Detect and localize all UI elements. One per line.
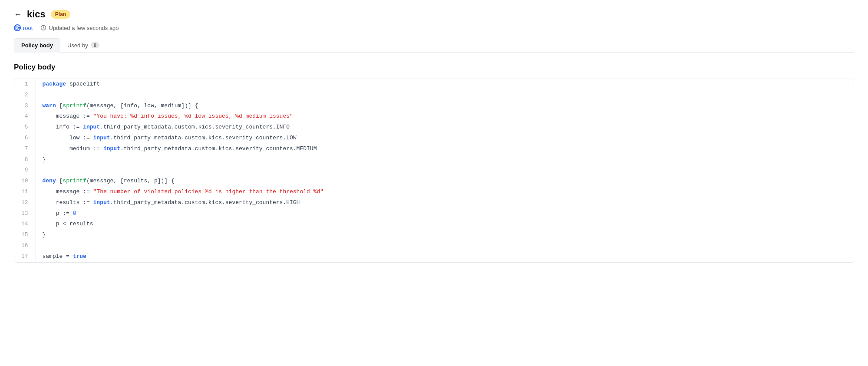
code-line-2: 2 — [14, 90, 854, 101]
code-line-13: 13 p := 0 — [14, 208, 854, 219]
line-code: } — [35, 230, 854, 241]
line-code — [35, 90, 854, 101]
line-code: info := input.third_party_metadata.custo… — [35, 122, 854, 133]
used-by-count: 0 — [91, 42, 99, 48]
root-label: root — [23, 25, 33, 31]
header-row: ← kics Plan — [14, 9, 854, 20]
code-line-14: 14 p < results — [14, 219, 854, 230]
line-code: warn [sprintf(message, [info, low, mediu… — [35, 101, 854, 112]
tab-policy-body[interactable]: Policy body — [14, 38, 60, 53]
code-line-17: 17 sample = true — [14, 251, 854, 262]
line-num: 2 — [14, 90, 35, 101]
root-link[interactable]: root — [14, 24, 33, 31]
code-line-5: 5 info := input.third_party_metadata.cus… — [14, 122, 854, 133]
line-code: p := 0 — [35, 208, 854, 219]
line-num: 15 — [14, 230, 35, 241]
back-button[interactable]: ← — [14, 10, 22, 19]
code-line-12: 12 results := input.third_party_metadata… — [14, 198, 854, 208]
updated-label: Updated a few seconds ago — [49, 25, 119, 31]
line-num: 7 — [14, 144, 35, 155]
line-num: 5 — [14, 122, 35, 133]
line-num: 16 — [14, 241, 35, 251]
code-line-8: 8 } — [14, 155, 854, 165]
line-num: 9 — [14, 165, 35, 176]
line-code: package spacelift — [35, 79, 854, 90]
code-line-4: 4 message := "You have: %d info issues, … — [14, 111, 854, 122]
code-line-11: 11 message := "The number of violated po… — [14, 187, 854, 198]
line-num: 17 — [14, 251, 35, 262]
tabs-row: Policy body Used by 0 — [14, 38, 854, 53]
line-num: 14 — [14, 219, 35, 230]
code-table: 1 package spacelift 2 3 warn [sprintf(me… — [14, 79, 854, 262]
line-code: message := "The number of violated polic… — [35, 187, 854, 198]
code-line-3: 3 warn [sprintf(message, [info, low, med… — [14, 101, 854, 112]
page-title: kics — [27, 9, 46, 20]
line-code: results := input.third_party_metadata.cu… — [35, 198, 854, 208]
line-code: deny [sprintf(message, [results, p])] { — [35, 176, 854, 187]
line-num: 12 — [14, 198, 35, 208]
updated-meta: Updated a few seconds ago — [40, 25, 119, 31]
tab-used-by[interactable]: Used by 0 — [60, 39, 106, 52]
line-code — [35, 165, 854, 176]
line-num: 3 — [14, 101, 35, 112]
clock-icon — [40, 25, 46, 31]
code-line-1: 1 package spacelift — [14, 79, 854, 90]
line-num: 4 — [14, 111, 35, 122]
section-title: Policy body — [14, 63, 854, 72]
code-line-16: 16 — [14, 241, 854, 251]
line-code: p < results — [35, 219, 854, 230]
code-line-7: 7 medium := input.third_party_metadata.c… — [14, 144, 854, 155]
used-by-label: Used by — [67, 42, 88, 49]
code-block: 1 package spacelift 2 3 warn [sprintf(me… — [14, 79, 854, 263]
line-num: 6 — [14, 133, 35, 144]
meta-row: root Updated a few seconds ago — [14, 24, 854, 31]
root-icon — [14, 24, 21, 31]
line-code: message := "You have: %d info issues, %d… — [35, 111, 854, 122]
line-num: 11 — [14, 187, 35, 198]
plan-badge: Plan — [51, 10, 70, 19]
line-num: 1 — [14, 79, 35, 90]
code-line-15: 15 } — [14, 230, 854, 241]
code-line-6: 6 low := input.third_party_metadata.cust… — [14, 133, 854, 144]
line-code: sample = true — [35, 251, 854, 262]
code-line-9: 9 — [14, 165, 854, 176]
page-container: ← kics Plan root Updated a few seconds a… — [0, 0, 868, 271]
code-line-10: 10 deny [sprintf(message, [results, p])]… — [14, 176, 854, 187]
line-num: 10 — [14, 176, 35, 187]
line-code — [35, 241, 854, 251]
line-code: medium := input.third_party_metadata.cus… — [35, 144, 854, 155]
line-code: low := input.third_party_metadata.custom… — [35, 133, 854, 144]
line-code: } — [35, 155, 854, 165]
line-num: 13 — [14, 208, 35, 219]
line-num: 8 — [14, 155, 35, 165]
